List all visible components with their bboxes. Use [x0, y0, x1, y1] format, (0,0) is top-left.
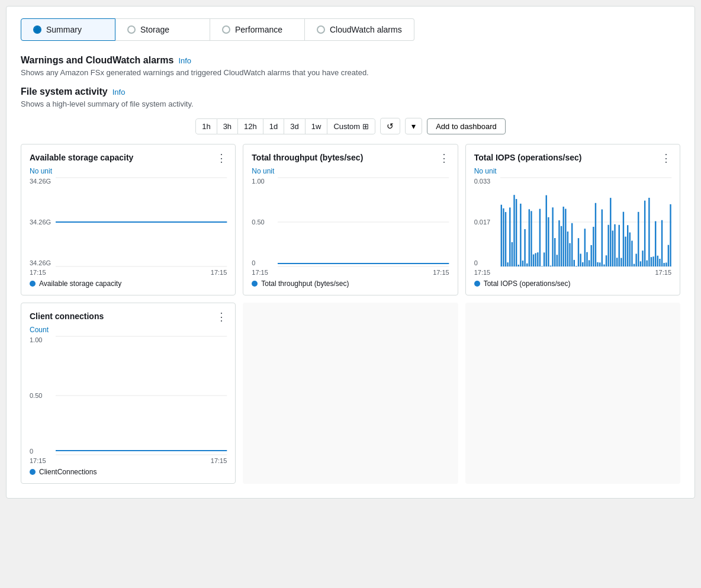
total-throughput-legend: Total throughput (bytes/sec) [252, 279, 449, 288]
calendar-icon: ⊞ [362, 122, 369, 131]
client-connections-unit: Count [30, 326, 227, 334]
empty-panel-2 [465, 303, 680, 484]
tab-cloudwatch[interactable]: CloudWatch alarms [305, 18, 414, 41]
time-controls: 1h 3h 12h 1d 3d 1w Custom ⊞ ↺ ▾ Add to d… [21, 118, 680, 134]
activity-section-title: File system activity Info [21, 86, 680, 97]
warnings-info-link[interactable]: Info [178, 56, 191, 65]
charts-grid: Available storage capacity ⋮ No unit 34.… [21, 144, 680, 295]
radio-summary [33, 25, 41, 34]
client-connections-chart: 1.00 0.50 0 [30, 336, 227, 455]
total-throughput-card: Total throughput (bytes/sec) ⋮ No unit 1… [243, 144, 458, 295]
tab-storage[interactable]: Storage [115, 18, 210, 41]
tab-storage-label: Storage [140, 25, 169, 34]
radio-cloudwatch [317, 25, 325, 34]
client-connections-legend: ClientConnections [30, 468, 227, 476]
client-connections-title: Client connections [30, 311, 104, 321]
time-3d[interactable]: 3d [284, 118, 305, 134]
available-storage-chart: 34.26G 34.26G 34.26G [30, 178, 227, 266]
available-storage-unit: No unit [30, 167, 227, 175]
client-connections-card: Client connections ⋮ Count 1.00 0.50 0 [21, 303, 236, 484]
add-dashboard-button[interactable]: Add to dashboard [427, 118, 506, 134]
total-iops-chart: 0.033 0.017 0 [474, 178, 671, 266]
total-throughput-chart: 1.00 0.50 0 [252, 178, 449, 266]
radio-storage [127, 25, 136, 34]
time-3h[interactable]: 3h [217, 118, 238, 134]
empty-panel-1 [243, 303, 458, 484]
tab-navigation: Summary Storage Performance CloudWatch a… [21, 18, 680, 41]
total-throughput-times: 17:15 17:15 [252, 269, 449, 276]
client-connections-times: 17:15 17:15 [30, 457, 227, 464]
available-storage-legend: Available storage capacity [30, 279, 227, 288]
available-storage-title: Available storage capacity [30, 153, 133, 162]
time-1w[interactable]: 1w [306, 118, 328, 134]
total-iops-title: Total IOPS (operations/sec) [474, 153, 582, 162]
activity-info-link[interactable]: Info [112, 88, 126, 97]
warnings-description: Shows any Amazon FSx generated warnings … [21, 68, 680, 77]
total-throughput-unit: No unit [252, 167, 449, 175]
time-12h[interactable]: 12h [238, 118, 263, 134]
total-iops-times: 17:15 17:15 [474, 269, 671, 276]
available-storage-menu[interactable]: ⋮ [216, 153, 227, 163]
refresh-button[interactable]: ↺ [380, 118, 400, 134]
total-throughput-title: Total throughput (bytes/sec) [252, 153, 363, 162]
download-button[interactable]: ▾ [405, 118, 422, 134]
tab-summary-label: Summary [46, 25, 82, 34]
total-iops-unit: No unit [474, 167, 671, 175]
total-throughput-menu[interactable]: ⋮ [439, 153, 449, 163]
warnings-section-title: Warnings and CloudWatch alarms Info [21, 55, 680, 66]
available-storage-card: Available storage capacity ⋮ No unit 34.… [21, 144, 236, 295]
time-1h[interactable]: 1h [195, 118, 217, 134]
tab-performance-label: Performance [235, 25, 282, 34]
activity-description: Shows a high-level summary of file syste… [21, 99, 680, 108]
bottom-charts-row: Client connections ⋮ Count 1.00 0.50 0 [21, 303, 680, 484]
total-iops-card: Total IOPS (operations/sec) ⋮ No unit 0.… [465, 144, 680, 295]
radio-performance [222, 25, 230, 34]
client-connections-menu[interactable]: ⋮ [216, 311, 227, 322]
total-iops-menu[interactable]: ⋮ [661, 153, 671, 163]
tab-summary[interactable]: Summary [21, 18, 115, 41]
total-iops-legend: Total IOPS (operations/sec) [474, 279, 671, 288]
tab-cloudwatch-label: CloudWatch alarms [330, 25, 402, 34]
time-custom[interactable]: Custom ⊞ [327, 118, 375, 134]
time-1d[interactable]: 1d [263, 118, 284, 134]
available-storage-times: 17:15 17:15 [30, 269, 227, 276]
tab-performance[interactable]: Performance [210, 18, 305, 41]
